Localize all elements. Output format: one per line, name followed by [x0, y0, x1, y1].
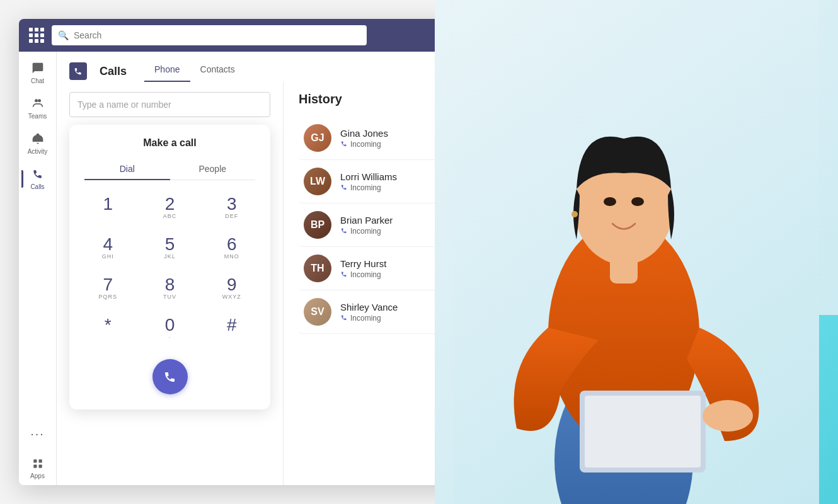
- call-button-wrap: [152, 359, 188, 394]
- dialpad-grid: 1 2 ABC 3 DEF: [84, 190, 255, 346]
- teams-icon: [32, 97, 44, 112]
- call-info-lorri: Lorri Williams Incoming: [340, 171, 397, 192]
- sidebar-activity-label: Activity: [28, 148, 48, 155]
- history-title: History: [299, 92, 342, 106]
- search-input[interactable]: [74, 30, 360, 40]
- dialpad-card: Make a call Dial People: [69, 125, 270, 410]
- key-9[interactable]: 9 WXYZ: [209, 271, 255, 306]
- sidebar-item-activity[interactable]: Activity: [21, 127, 54, 160]
- call-info-brian: Brian Parker Incoming: [340, 215, 393, 236]
- avatar-lorri: LW: [304, 168, 331, 195]
- calls-page-title: Calls: [100, 65, 127, 78]
- call-type-gina: Incoming: [340, 140, 388, 149]
- sidebar-item-more[interactable]: ···: [21, 417, 54, 450]
- call-info-terry: Terry Hurst Incoming: [340, 258, 386, 279]
- svg-point-17: [571, 211, 578, 217]
- key-3[interactable]: 3 DEF: [209, 190, 255, 226]
- sidebar-item-teams[interactable]: Teams: [21, 92, 54, 125]
- call-type-lorri: Incoming: [340, 183, 397, 192]
- key-8[interactable]: 8 TUV: [146, 271, 193, 306]
- incoming-icon-shirley: [340, 314, 348, 323]
- call-info-gina: Gina Jones Incoming: [340, 128, 388, 149]
- person-illustration: [454, 0, 819, 504]
- calls-tabs: Phone Contacts: [144, 60, 245, 82]
- svg-point-16: [631, 197, 644, 206]
- sidebar-item-calls[interactable]: Calls: [21, 163, 54, 195]
- apps-icon: [32, 458, 43, 471]
- sidebar-item-apps[interactable]: Apps: [21, 452, 54, 485]
- call-type-shirley: Incoming: [340, 314, 398, 323]
- key-5[interactable]: 5 JKL: [146, 231, 193, 266]
- calls-icon: [32, 168, 44, 182]
- incoming-icon-gina: [340, 140, 348, 149]
- dialpad-title: Make a call: [143, 137, 197, 149]
- key-4[interactable]: 4 GHI: [84, 231, 131, 266]
- global-search-bar[interactable]: 🔍: [52, 25, 367, 45]
- key-hash[interactable]: #: [209, 311, 255, 346]
- left-panel: Make a call Dial People: [57, 82, 284, 485]
- svg-point-12: [703, 400, 753, 432]
- sidebar-teams-label: Teams: [28, 113, 47, 120]
- dialpad-tab-people[interactable]: People: [170, 159, 256, 180]
- key-0[interactable]: 0 ·: [146, 311, 193, 346]
- incoming-icon-brian: [340, 227, 348, 236]
- make-call-button[interactable]: [152, 359, 188, 394]
- key-star[interactable]: *: [84, 311, 131, 346]
- avatar-shirley: SV: [304, 298, 331, 326]
- svg-rect-5: [38, 465, 42, 468]
- call-type-terry: Incoming: [340, 270, 386, 279]
- avatar-terry: TH: [304, 255, 331, 282]
- calls-title-icon: [69, 62, 87, 80]
- sidebar-calls-label: Calls: [30, 183, 44, 190]
- call-info-shirley: Shirley Vance Incoming: [340, 302, 398, 323]
- svg-point-15: [604, 197, 616, 206]
- call-type-brian: Incoming: [340, 227, 393, 236]
- svg-rect-4: [33, 465, 37, 468]
- avatar-gina: GJ: [304, 124, 331, 152]
- sidebar: Chat Teams: [19, 52, 57, 485]
- app-grid-icon[interactable]: [29, 28, 44, 43]
- svg-point-0: [35, 99, 38, 102]
- svg-rect-2: [33, 459, 37, 462]
- contact-name-lorri: Lorri Williams: [340, 171, 397, 182]
- sidebar-chat-label: Chat: [31, 77, 44, 84]
- incoming-icon-terry: [340, 270, 348, 279]
- key-1[interactable]: 1: [84, 190, 131, 226]
- more-icon: ···: [30, 427, 45, 440]
- svg-point-1: [38, 99, 41, 102]
- activity-icon: [32, 132, 44, 147]
- tab-phone[interactable]: Phone: [144, 60, 190, 82]
- svg-rect-3: [38, 459, 42, 462]
- contact-name-terry: Terry Hurst: [340, 258, 386, 269]
- sidebar-apps-label: Apps: [30, 472, 45, 479]
- key-7[interactable]: 7 PQRS: [84, 271, 131, 306]
- tab-contacts[interactable]: Contacts: [190, 60, 245, 82]
- number-search-input[interactable]: [69, 92, 270, 117]
- contact-name-brian: Brian Parker: [340, 215, 393, 226]
- dialpad-tab-dial[interactable]: Dial: [84, 159, 170, 180]
- dialpad-tabs: Dial People: [84, 159, 255, 180]
- contact-name-shirley: Shirley Vance: [340, 302, 398, 312]
- incoming-icon-lorri: [340, 183, 348, 192]
- contact-name-gina: Gina Jones: [340, 128, 388, 139]
- search-icon: 🔍: [58, 30, 69, 40]
- svg-rect-11: [585, 396, 701, 467]
- key-6[interactable]: 6 MNO: [209, 231, 255, 266]
- avatar-brian: BP: [304, 211, 331, 239]
- sidebar-item-chat[interactable]: Chat: [21, 57, 54, 89]
- person-photo-area: [435, 0, 838, 504]
- chat-icon: [32, 62, 44, 76]
- key-2[interactable]: 2 ABC: [146, 190, 193, 226]
